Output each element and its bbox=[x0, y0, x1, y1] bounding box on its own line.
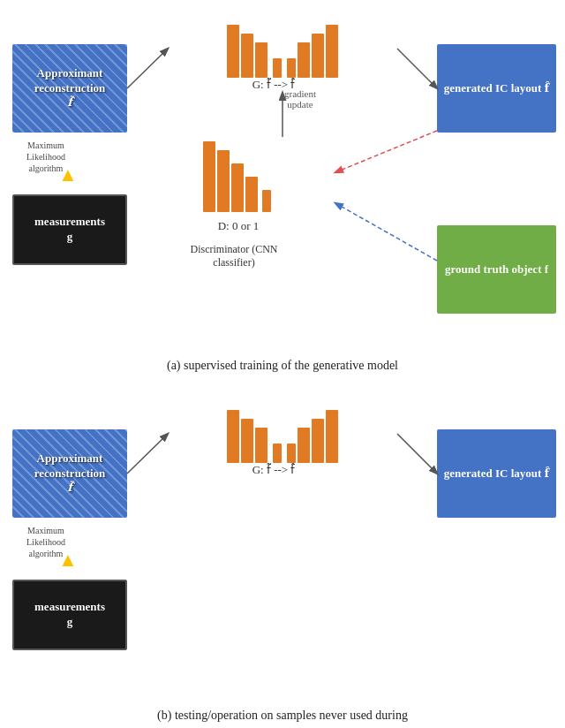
svg-line-0 bbox=[127, 49, 168, 88]
top-caption: (a) supervised training of the generativ… bbox=[0, 353, 565, 378]
approximant-label-top: Approximantreconstructionf̃ bbox=[31, 63, 109, 115]
discriminator-full-label: Discriminator (CNNclassifier) bbox=[154, 243, 313, 269]
bottom-caption: (b) testing/operation on samples never u… bbox=[0, 703, 565, 728]
top-nn bbox=[168, 16, 397, 78]
svg-line-6 bbox=[397, 434, 437, 474]
generated-ic-box-bottom: generated IC layout f̂ bbox=[437, 429, 556, 518]
discriminator-label: D: 0 or 1 bbox=[168, 219, 309, 233]
yellow-arrow-top: ▲ bbox=[58, 163, 78, 186]
approximant-label-bottom: Approximantreconstructionf̃ bbox=[31, 448, 109, 500]
approximant-box-bottom: Approximantreconstructionf̃ bbox=[12, 429, 127, 518]
measurements-label-bottom: measurementsg bbox=[31, 596, 109, 633]
approximant-box-top: Approximantreconstructionf̃ bbox=[12, 44, 127, 133]
discriminator-nn bbox=[203, 141, 274, 212]
bottom-nn bbox=[168, 401, 397, 463]
ground-truth-box: ground truth object f bbox=[437, 225, 556, 314]
generator-label-bottom: G: f̃ --> f̂ bbox=[185, 463, 362, 477]
generated-ic-box-top: generated IC layout f̂ bbox=[437, 44, 556, 133]
top-diagram: G: f̃ --> f̂ Approximantreconstructionf̃… bbox=[0, 0, 565, 353]
svg-line-4 bbox=[335, 203, 437, 261]
generated-ic-label-top: generated IC layout f̂ bbox=[441, 78, 553, 100]
svg-line-1 bbox=[397, 49, 437, 88]
ground-truth-label: ground truth object f bbox=[441, 259, 552, 281]
svg-line-5 bbox=[127, 434, 168, 474]
bottom-diagram: G: f̃ --> f̂ Approximantreconstructionf̃… bbox=[0, 385, 565, 703]
generated-ic-label-bottom: generated IC layout f̂ bbox=[441, 463, 553, 485]
measurements-box-bottom: measurementsg bbox=[12, 580, 127, 650]
yellow-arrow-bottom: ▲ bbox=[58, 549, 78, 572]
measurements-box-top: measurementsg bbox=[12, 194, 127, 265]
measurements-label-top: measurementsg bbox=[31, 211, 109, 248]
svg-line-3 bbox=[335, 131, 437, 172]
gradient-label: gradientupdate bbox=[256, 88, 344, 110]
